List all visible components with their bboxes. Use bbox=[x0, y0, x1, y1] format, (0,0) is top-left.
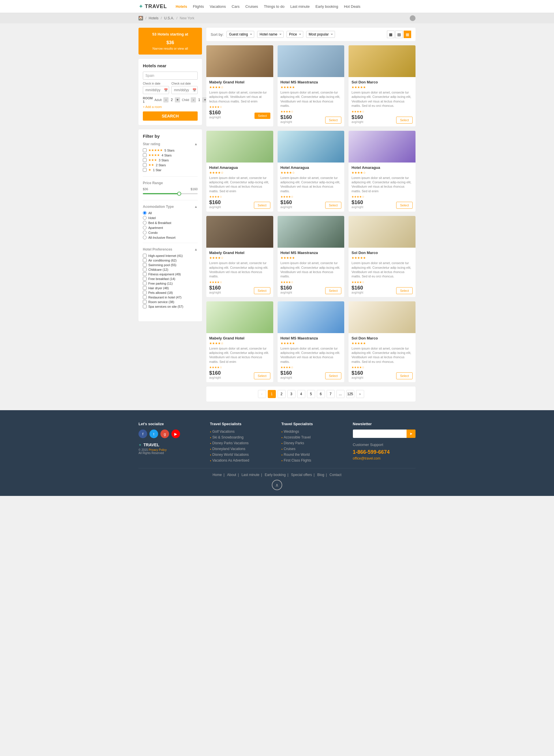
back-to-top-btn[interactable]: ∧ bbox=[272, 480, 282, 490]
select-btn-2[interactable]: Select bbox=[396, 117, 412, 123]
prev-page-btn[interactable]: ‹ bbox=[258, 390, 266, 398]
pref-ac-cb[interactable] bbox=[143, 258, 147, 262]
price-range-bar[interactable] bbox=[143, 193, 198, 194]
view-grid-btn[interactable]: ▦ bbox=[387, 31, 394, 38]
footer-earlybooking-link[interactable]: Early booking bbox=[265, 473, 286, 477]
nav-last-minute[interactable]: Last minute bbox=[290, 4, 310, 9]
newsletter-input[interactable] bbox=[353, 430, 407, 438]
nav-cruises[interactable]: Cruises bbox=[245, 4, 258, 9]
facebook-icon[interactable]: f bbox=[138, 430, 147, 438]
nav-early-booking[interactable]: Early booking bbox=[315, 4, 338, 9]
select-btn-11[interactable]: Select bbox=[396, 372, 412, 379]
accom-hotel-radio[interactable] bbox=[143, 216, 147, 220]
price-select[interactable]: Price bbox=[286, 31, 303, 38]
search-button[interactable]: SEARCH bbox=[143, 111, 198, 121]
accom-apartment-radio[interactable] bbox=[143, 226, 147, 229]
pref-fitness-cb[interactable] bbox=[143, 272, 147, 276]
accom-all-radio[interactable] bbox=[143, 211, 147, 215]
newsletter-submit[interactable]: ➤ bbox=[406, 430, 416, 438]
accom-condo-radio[interactable] bbox=[143, 231, 147, 234]
select-btn-3[interactable]: Select bbox=[254, 202, 270, 209]
select-btn-7[interactable]: Select bbox=[325, 287, 342, 294]
breadcrumb-hotels[interactable]: Hotels bbox=[149, 16, 158, 20]
nav-hotels[interactable]: Hotels bbox=[176, 4, 187, 9]
page-2-btn[interactable]: 2 bbox=[278, 390, 286, 398]
star1-checkbox[interactable] bbox=[143, 168, 147, 172]
star5-checkbox[interactable] bbox=[143, 148, 147, 152]
link-round-world[interactable]: Round the World bbox=[281, 452, 344, 457]
page-6-btn[interactable]: 6 bbox=[317, 390, 325, 398]
guest-rating-select[interactable]: Guest rating bbox=[226, 31, 254, 38]
nav-things-to-do[interactable]: Things to do bbox=[264, 4, 284, 9]
pref-parking-cb[interactable] bbox=[143, 281, 147, 285]
select-btn-6[interactable]: Select bbox=[254, 287, 270, 294]
home-icon[interactable]: 🏠 bbox=[138, 16, 143, 20]
footer-specialoffers-link[interactable]: Special offers bbox=[291, 473, 312, 477]
footer-about-link[interactable]: About bbox=[227, 473, 236, 477]
logo[interactable]: ✦ TRAVEL bbox=[138, 3, 167, 10]
link-golf[interactable]: Golf Vacations bbox=[210, 430, 273, 434]
pref-hairdryer-cb[interactable] bbox=[143, 286, 147, 290]
view-tile-btn[interactable]: ▦ bbox=[404, 31, 411, 38]
user-avatar[interactable] bbox=[410, 15, 416, 21]
select-btn-8[interactable]: Select bbox=[396, 287, 412, 294]
pref-pets-cb[interactable] bbox=[143, 291, 147, 294]
youtube-icon[interactable]: ▶ bbox=[171, 430, 180, 438]
select-btn-0[interactable]: Select bbox=[255, 113, 270, 119]
select-btn-9[interactable]: Select bbox=[254, 372, 270, 379]
pref-childcare-cb[interactable] bbox=[143, 268, 147, 271]
pref-breakfast-cb[interactable] bbox=[143, 277, 147, 281]
nav-vacations[interactable]: Vacations bbox=[210, 4, 226, 9]
accom-toggle[interactable]: ▲ bbox=[194, 205, 198, 209]
link-vacations-advertised[interactable]: Vacations As Advertised bbox=[210, 458, 273, 463]
nav-flights[interactable]: Flights bbox=[193, 4, 204, 9]
accom-bnb-radio[interactable] bbox=[143, 221, 147, 225]
page-5-btn[interactable]: 5 bbox=[307, 390, 315, 398]
page-1-btn[interactable]: 1 bbox=[268, 390, 276, 398]
google-plus-icon[interactable]: g bbox=[160, 430, 169, 438]
privacy-link[interactable]: Privacy Policy bbox=[149, 448, 166, 451]
select-btn-1[interactable]: Select bbox=[325, 117, 342, 123]
nav-cars[interactable]: Cars bbox=[232, 4, 239, 9]
select-btn-4[interactable]: Select bbox=[325, 202, 342, 209]
add-room-link[interactable]: + Add a room bbox=[143, 105, 198, 109]
pref-spa-cb[interactable] bbox=[143, 305, 147, 308]
star3-checkbox[interactable] bbox=[143, 158, 147, 162]
breadcrumb-usa[interactable]: U.S.A. bbox=[164, 16, 174, 20]
pref-pool-cb[interactable] bbox=[143, 263, 147, 267]
select-btn-10[interactable]: Select bbox=[325, 372, 342, 379]
hotel-name-select[interactable]: Hotel name bbox=[257, 31, 284, 38]
star2-checkbox[interactable] bbox=[143, 163, 147, 167]
page-7-btn[interactable]: 7 bbox=[327, 390, 335, 398]
footer-lastminute-link[interactable]: Last minute bbox=[241, 473, 260, 477]
select-btn-5[interactable]: Select bbox=[396, 202, 412, 209]
footer-home-link[interactable]: Home bbox=[213, 473, 222, 477]
popularity-select[interactable]: Most popular bbox=[306, 31, 335, 38]
accom-allinclusive-radio[interactable] bbox=[143, 235, 147, 239]
link-disney-parks[interactable]: Disney Parks Vacations bbox=[210, 441, 273, 445]
adult-increment[interactable]: + bbox=[175, 97, 180, 103]
page-3-btn[interactable]: 3 bbox=[287, 390, 295, 398]
link-disney-world[interactable]: Disney World Vacations bbox=[210, 452, 273, 457]
page-4-btn[interactable]: 4 bbox=[297, 390, 305, 398]
prefs-toggle[interactable]: ▲ bbox=[194, 248, 198, 252]
destination-input[interactable] bbox=[143, 71, 198, 80]
view-list-btn[interactable]: ▤ bbox=[395, 31, 403, 38]
child-decrement[interactable]: - bbox=[191, 97, 196, 103]
link-weddings[interactable]: Weddings bbox=[281, 430, 344, 434]
star4-checkbox[interactable] bbox=[143, 153, 147, 157]
adult-decrement[interactable]: - bbox=[163, 97, 168, 103]
link-disneyland[interactable]: Disneyland Vacations bbox=[210, 447, 273, 451]
next-page-btn[interactable]: › bbox=[356, 390, 364, 398]
nav-hot-deals[interactable]: Hot Deals bbox=[344, 4, 361, 9]
pref-restaurant-cb[interactable] bbox=[143, 295, 147, 299]
link-first-class[interactable]: First Class Flights bbox=[281, 458, 344, 463]
range-handle[interactable] bbox=[177, 192, 181, 196]
footer-contact-link[interactable]: Contact bbox=[330, 473, 341, 477]
twitter-icon[interactable]: t bbox=[150, 430, 158, 438]
page-125-btn[interactable]: 125 bbox=[346, 390, 354, 398]
link-ski[interactable]: Ski & Snowboarding bbox=[210, 435, 273, 439]
footer-blog-link[interactable]: Blog bbox=[317, 473, 324, 477]
link-disney-parks2[interactable]: Disney Parks bbox=[281, 441, 344, 445]
link-cruises[interactable]: Cruises bbox=[281, 447, 344, 451]
